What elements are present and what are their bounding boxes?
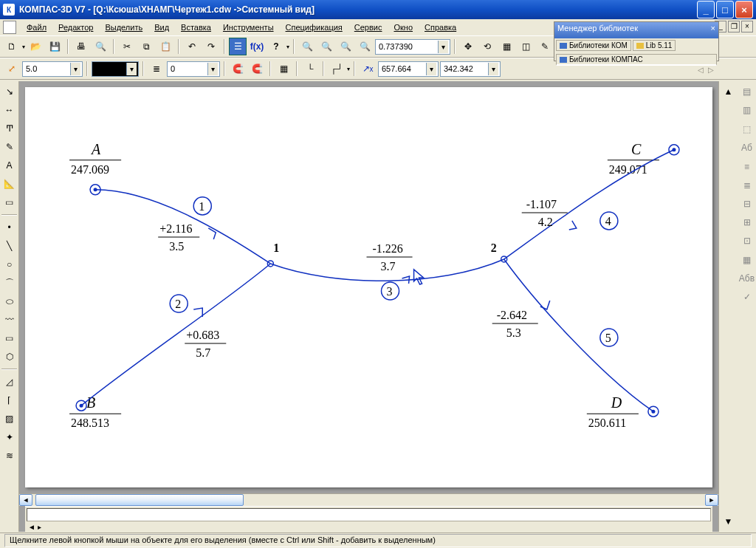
library-manager-panel: Менеджер библиотек × Библиотеки КОМ Lib … bbox=[554, 21, 719, 61]
nav-next-icon[interactable]: ▷ bbox=[708, 66, 714, 74]
zoom-in-button[interactable]: 🔍 bbox=[298, 38, 316, 55]
undo-button[interactable]: ↶ bbox=[183, 38, 201, 55]
folder-icon bbox=[560, 57, 567, 63]
menu-file[interactable]: Файл bbox=[21, 21, 52, 34]
style-combo[interactable] bbox=[92, 61, 139, 77]
zoom-window-button[interactable]: 🔍 bbox=[317, 38, 335, 55]
menu-service[interactable]: Сервис bbox=[348, 21, 388, 34]
step-icon[interactable]: ⤢ bbox=[3, 60, 21, 78]
coord-icon: ↗x bbox=[359, 60, 377, 78]
open-button[interactable]: 📂 bbox=[27, 38, 44, 55]
grid-button[interactable]: ▦ bbox=[275, 60, 292, 78]
nav-prev-icon[interactable]: ◁ bbox=[698, 66, 704, 74]
coord-x[interactable]: 657.664 bbox=[378, 61, 439, 77]
lib-button[interactable]: ☰ bbox=[229, 38, 247, 55]
pan-button[interactable]: ✥ bbox=[459, 38, 477, 55]
menu-select[interactable]: Выделить bbox=[99, 21, 148, 34]
maximize-button[interactable]: □ bbox=[716, 1, 734, 18]
libmgr-tab1[interactable]: Библиотеки КОМ bbox=[556, 40, 631, 51]
new-button[interactable]: 🗋 bbox=[3, 38, 21, 55]
libmgr-nav: ◁▷ bbox=[554, 66, 718, 74]
folder-icon bbox=[636, 43, 644, 49]
print-button[interactable]: 🖶 bbox=[72, 38, 90, 55]
tool-b[interactable]: ◫ bbox=[517, 38, 535, 55]
menu-edit[interactable]: Редактор bbox=[52, 21, 99, 34]
zoom-fit-button[interactable]: 🔍 bbox=[356, 38, 374, 55]
minimize-button[interactable]: _ bbox=[697, 1, 715, 18]
libmgr-close-icon[interactable]: × bbox=[711, 24, 715, 37]
snap-button[interactable]: 🧲 bbox=[229, 60, 247, 78]
redo-button[interactable]: ↷ bbox=[202, 38, 220, 55]
doc-icon bbox=[3, 21, 16, 34]
mdi-close[interactable]: × bbox=[741, 21, 753, 32]
tool-a[interactable]: ▦ bbox=[498, 38, 515, 55]
app-icon: К bbox=[3, 4, 15, 16]
layer-combo[interactable]: 0 bbox=[167, 61, 220, 77]
help-button[interactable]: ? bbox=[267, 38, 285, 55]
libmgr-tab-active[interactable]: Библиотеки КОМПАС bbox=[556, 54, 717, 66]
libmgr-header[interactable]: Менеджер библиотек × bbox=[554, 22, 718, 38]
ortho-button[interactable]: └ bbox=[301, 60, 319, 78]
local-button[interactable]: ┌┘ bbox=[328, 60, 346, 78]
step-combo[interactable]: 5.0 bbox=[22, 61, 83, 77]
close-button[interactable]: × bbox=[735, 1, 753, 18]
copy-button[interactable]: ⧉ bbox=[137, 38, 155, 55]
menu-help[interactable]: Справка bbox=[419, 21, 462, 34]
coord-y[interactable]: 342.342 bbox=[440, 61, 501, 77]
window-buttons: _ □ × bbox=[697, 1, 753, 18]
snap2-button[interactable]: 🧲 bbox=[248, 60, 266, 78]
menu-window[interactable]: Окно bbox=[388, 21, 419, 34]
zoom-combo[interactable]: 0.737390 bbox=[375, 39, 450, 55]
menu-view[interactable]: Вид bbox=[148, 21, 175, 34]
zoom-prev-button[interactable]: 🔍 bbox=[337, 38, 354, 55]
window-titlebar: К КОМПАС-3D V7 - [Q:\Ксюша\ХНАМГ\Чертеж1… bbox=[0, 0, 756, 19]
layer-icon[interactable]: ≣ bbox=[148, 60, 165, 78]
menu-tools[interactable]: Инструменты bbox=[217, 21, 280, 34]
mdi-buttons: _ ❐ × bbox=[715, 21, 753, 32]
preview-button[interactable]: 🔍 bbox=[92, 38, 109, 55]
folder-icon bbox=[560, 43, 567, 49]
paste-button[interactable]: 📋 bbox=[157, 38, 174, 55]
libmgr-title: Менеджер библиотек bbox=[557, 24, 638, 37]
menu-spec[interactable]: Спецификация bbox=[280, 21, 348, 34]
window-title: КОМПАС-3D V7 - [Q:\Ксюша\ХНАМГ\Чертеж1.c… bbox=[19, 4, 697, 15]
menu-insert[interactable]: Вставка bbox=[175, 21, 217, 34]
fx-button[interactable]: f(x) bbox=[248, 38, 266, 55]
save-button[interactable]: 💾 bbox=[46, 38, 63, 55]
cut-button[interactable]: ✂ bbox=[118, 38, 136, 55]
mdi-restore[interactable]: ❐ bbox=[728, 21, 740, 32]
libmgr-tab2[interactable]: Lib 5.11 bbox=[633, 40, 676, 51]
tool-c[interactable]: ✎ bbox=[536, 38, 554, 55]
rotate-button[interactable]: ⟲ bbox=[478, 38, 496, 55]
